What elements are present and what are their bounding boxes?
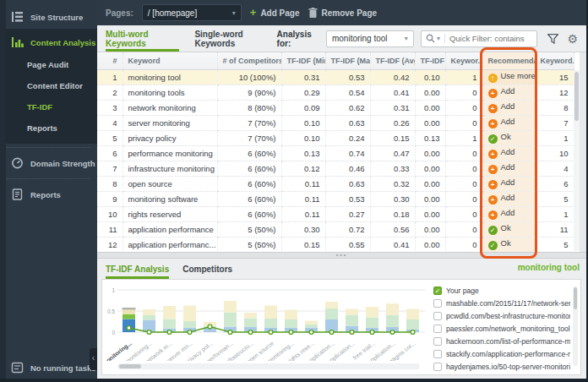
checkbox-checked-icon[interactable]: ✓: [433, 286, 442, 295]
line-marker[interactable]: [309, 330, 313, 335]
tab-competitors[interactable]: Competitors: [182, 259, 232, 279]
legend-item[interactable]: pcwdld.com/best-infrastructure-monitorin…: [433, 309, 570, 322]
checkbox-unchecked-icon[interactable]: [433, 337, 442, 346]
table-row[interactable]: 12 application performanc... 5 (50%) 0.1…: [97, 237, 574, 252]
chart-bar-segment[interactable]: [406, 309, 419, 320]
table-row[interactable]: 10 rights reserved 6 (60%) 0.11 0.27 0.1…: [97, 206, 574, 221]
sidebar-collapse-handle[interactable]: ‹: [90, 348, 97, 370]
checkbox-unchecked-icon[interactable]: [433, 299, 442, 308]
legend-item[interactable]: stackify.com/application-performance-man…: [433, 347, 570, 360]
chart-bar-segment[interactable]: [122, 314, 135, 319]
chart-bar-segment[interactable]: [305, 321, 318, 325]
line-marker[interactable]: [228, 330, 232, 335]
legend-item[interactable]: ✓Your page: [433, 284, 570, 297]
table-row[interactable]: 6 performance monitoring 6 (60%) 0.13 0.…: [97, 145, 574, 161]
add-page-button[interactable]: + Add Page: [250, 8, 300, 18]
chart-bar-segment[interactable]: [163, 319, 176, 329]
quick-filter-input[interactable]: [445, 34, 537, 43]
pages-dropdown[interactable]: / [homepage] ▾: [142, 4, 242, 21]
col-competitors[interactable]: # of Competitors ▼: [217, 52, 281, 69]
line-marker[interactable]: [147, 330, 151, 335]
col-keyword[interactable]: Keyword: [122, 52, 217, 69]
legend-item[interactable]: haydenjames.io/50-top-server-monitoring-…: [433, 360, 570, 372]
chart-horizontal-scrollbar[interactable]: [117, 363, 420, 369]
chart-bar-segment[interactable]: [305, 325, 318, 328]
chart-bar-segment[interactable]: [244, 319, 257, 328]
col-tfidf-avg[interactable]: TF-IDF (Avg): [370, 52, 415, 69]
tab-multi-word-keywords[interactable]: Multi-word Keywords: [106, 25, 179, 52]
chart-bar-segment[interactable]: [325, 308, 338, 319]
checkbox-unchecked-icon[interactable]: [433, 312, 442, 320]
line-marker[interactable]: [289, 330, 293, 335]
tab-tfidf-analysis[interactable]: TF-IDF Analysis: [106, 259, 169, 279]
table-row[interactable]: 8 open source 6 (60%) 0.11 0.63 0.32 0.0…: [97, 176, 574, 191]
chart-bar-segment[interactable]: [386, 303, 399, 315]
chart-bar-segment[interactable]: [183, 306, 196, 322]
analysis-for-dropdown[interactable]: monitoring tool ▾: [326, 30, 414, 47]
legend-item[interactable]: mashable.com/2015/11/17/network-server-t: [433, 297, 570, 309]
table-row[interactable]: 11 application performance 5 (50%) 0.30 …: [97, 221, 574, 237]
table-row[interactable]: 5 privacy policy 7 (70%) 0.10 0.24 0.15 …: [97, 130, 574, 145]
line-marker[interactable]: [329, 330, 334, 335]
col-keyword-count2[interactable]: Keyword...: [535, 52, 574, 69]
chart-bar-segment[interactable]: [244, 313, 257, 319]
chart-bar-segment[interactable]: [224, 301, 237, 313]
table-row[interactable]: 2 monitoring tools 9 (90%) 0.29 0.54 0.4…: [97, 85, 574, 100]
line-marker[interactable]: [411, 330, 415, 335]
table-row[interactable]: 3 network monitoring 8 (80%) 0.09 0.62 0…: [97, 100, 574, 115]
settings-button[interactable]: ⚙: [567, 32, 578, 46]
table-row[interactable]: 7 infrastructure monitoring 6 (60%) 0.12…: [97, 161, 574, 176]
sidebar-item-tfidf[interactable]: TF-IDF: [0, 96, 97, 117]
line-marker[interactable]: [127, 326, 131, 330]
line-marker[interactable]: [350, 330, 354, 335]
search-mode-button[interactable]: ▾: [422, 34, 445, 43]
line-marker[interactable]: [390, 330, 395, 335]
chart-bar-segment[interactable]: [264, 306, 277, 319]
col-recommendation[interactable]: Recommenda...: [482, 52, 535, 69]
chart-bar-segment[interactable]: [366, 318, 378, 329]
scrollbar-thumb[interactable]: [574, 72, 579, 121]
chart-bar-segment[interactable]: [224, 313, 237, 327]
chart-bar-segment[interactable]: [285, 310, 297, 320]
chart-bar-segment[interactable]: [325, 302, 338, 308]
sidebar-item-site-structure[interactable]: Site Structure: [0, 5, 97, 29]
tab-single-word-keywords[interactable]: Single-word Keywords: [194, 25, 273, 52]
chart-bar-segment[interactable]: [122, 310, 135, 315]
remove-page-button[interactable]: Remove Page: [308, 8, 378, 18]
sidebar-item-reports[interactable]: Reports: [0, 183, 97, 206]
filter-button[interactable]: [547, 34, 558, 44]
table-row[interactable]: 1 monitoring tool 10 (100%) 0.31 0.53 0.…: [97, 69, 574, 85]
chart-bar-segment[interactable]: [264, 319, 277, 328]
chart-bar-segment[interactable]: [406, 319, 419, 330]
chart-bar-segment[interactable]: [346, 315, 358, 326]
sidebar-item-domain-strength[interactable]: Domain Strength: [0, 151, 97, 175]
col-keyword-count1[interactable]: Keywor...: [445, 52, 482, 69]
table-row[interactable]: 4 server monitoring 7 (70%) 0.10 0.63 0.…: [97, 115, 574, 130]
legend-scrollbar[interactable]: [573, 286, 578, 366]
sidebar-item-page-audit[interactable]: Page Audit: [0, 54, 97, 75]
col-tfidf-yours[interactable]: TF-IDF (Y...: [415, 52, 445, 69]
checkbox-unchecked-icon[interactable]: [433, 325, 442, 333]
scrollbar-thumb[interactable]: [574, 287, 577, 309]
scrollbar-thumb[interactable]: [119, 364, 141, 368]
panel-splitter[interactable]: •••: [97, 252, 586, 259]
chart-bar-segment[interactable]: [346, 309, 358, 315]
chart-bar-segment[interactable]: [366, 307, 378, 318]
table-row[interactable]: 9 monitoring software 6 (60%) 0.11 0.53 …: [97, 191, 574, 206]
chart-bar-segment[interactable]: [143, 315, 155, 320]
chart-bar-segment[interactable]: [386, 315, 399, 327]
line-marker[interactable]: [167, 330, 172, 335]
checkbox-unchecked-icon[interactable]: [433, 363, 442, 371]
legend-item[interactable]: hackernoon.com/list-of-performance-monit…: [433, 335, 570, 347]
line-marker[interactable]: [188, 330, 192, 335]
legend-item[interactable]: paessler.com/network_monitoring_tool: [433, 322, 570, 335]
sidebar-item-reports-sub[interactable]: Reports: [0, 117, 97, 139]
checkbox-unchecked-icon[interactable]: [433, 350, 442, 358]
col-index[interactable]: #: [97, 52, 122, 69]
line-marker[interactable]: [208, 325, 212, 329]
chart-bar-segment[interactable]: [163, 306, 176, 319]
line-marker[interactable]: [269, 330, 273, 335]
line-marker[interactable]: [248, 330, 253, 335]
sidebar-item-content-editor[interactable]: Content Editor: [0, 75, 97, 96]
chart-bar-segment[interactable]: [285, 319, 297, 328]
